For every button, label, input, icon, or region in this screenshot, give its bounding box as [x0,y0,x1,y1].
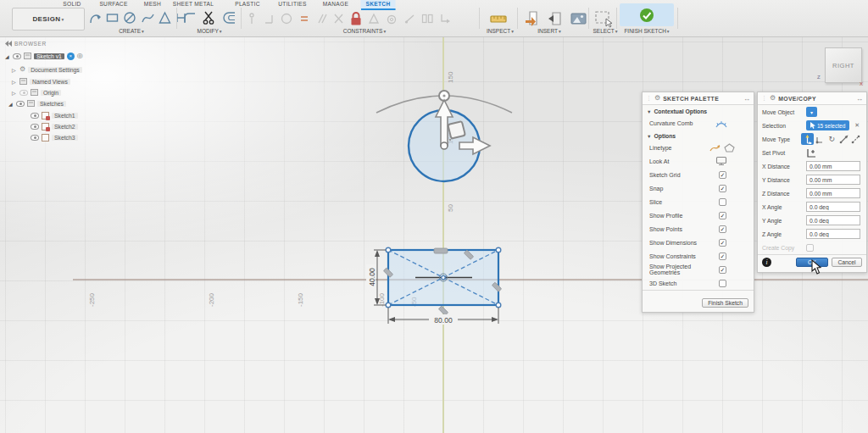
move-type-rotate-icon[interactable]: ↻ [826,133,837,145]
move-type-free-move-icon[interactable] [801,133,813,145]
section-collapse-icon[interactable]: ▼ [647,134,651,139]
dock-arrows-icon[interactable]: ↔ [743,95,750,103]
move-type-point-to-position-icon[interactable] [850,133,862,145]
visibility-eye-icon[interactable] [19,90,28,96]
parallel-constraint-icon[interactable] [315,10,327,27]
coincident-constraint-icon[interactable] [246,10,258,27]
finish-sketch-button[interactable] [620,3,674,26]
snap-checkbox[interactable]: ✓ [719,185,726,192]
expand-triangle-icon[interactable]: ▷ [12,90,17,96]
move-copy-header[interactable]: ⋮ ⚙ MOVE/COPY ↔ [758,92,866,105]
move-type-translate-icon[interactable] [814,133,826,145]
deactivate-icon[interactable]: × [67,53,75,60]
polygon-tool-icon[interactable] [158,9,172,26]
collinear-constraint-icon[interactable] [263,10,275,27]
equal-constraint-icon[interactable] [298,10,310,27]
browser-item-sketch1[interactable]: Sketch1 [31,110,78,120]
browser-item-document-settings[interactable]: ▷ ⚙ Document Settings [12,64,82,75]
measure-tool-icon[interactable] [488,9,509,28]
clear-selection-icon[interactable]: ✕ [854,122,860,129]
visibility-eye-icon[interactable] [31,135,39,141]
finish-sketch-label[interactable]: FINISH SKETCH [624,28,665,34]
viewcube[interactable]: RIGHT [825,47,862,83]
cancel-button[interactable]: Cancel [832,258,862,267]
concentric-constraint-icon[interactable] [280,10,293,27]
3d-sketch-checkbox[interactable] [719,280,726,287]
info-icon[interactable]: i [762,258,771,267]
line-tool-icon[interactable] [88,9,103,26]
show-constraints-checkbox[interactable]: ✓ [719,253,726,260]
look-at-icon[interactable] [715,156,727,166]
section-collapse-icon[interactable]: ▼ [647,109,651,114]
show-dimensions-row[interactable]: Show Dimensions ✓ [643,236,754,249]
linetype-spline-icon[interactable] [709,143,721,153]
linetype-row[interactable]: Linetype [643,141,754,154]
dock-arrows-icon[interactable]: ↔ [856,95,863,103]
canvas-image-icon[interactable] [570,9,588,28]
visibility-eye-icon[interactable] [31,113,39,119]
snap-row[interactable]: Snap ✓ [643,181,754,195]
perpendicular-constraint-icon[interactable] [332,10,344,27]
offset-tool-icon[interactable] [220,9,239,26]
show-constraints-row[interactable]: Show Constraints ✓ [643,249,754,263]
pattern-icon[interactable] [420,10,434,27]
visibility-eye-icon[interactable] [13,53,21,59]
insert-group-label[interactable]: INSERT [537,28,558,34]
fix-constraint-lock-icon[interactable] [349,9,363,28]
design-menu-button[interactable]: DESIGN [12,8,85,31]
collapse-browser-icon[interactable] [5,41,12,47]
z-distance-input[interactable] [806,188,860,198]
symmetry-constraint-icon[interactable] [368,10,380,27]
x-angle-input[interactable] [806,202,860,212]
visibility-eye-icon[interactable] [16,101,25,107]
slice-row[interactable]: Slice [643,195,754,208]
expand-triangle-icon[interactable]: ◢ [5,53,10,59]
expand-triangle-icon[interactable]: ◢ [8,101,14,107]
trim-scissors-icon[interactable] [201,9,218,26]
sketch-grid-checkbox[interactable]: ✓ [719,171,726,179]
tangent-constraint-icon[interactable] [385,10,398,27]
constraints-group-label[interactable]: CONSTRAINTS [343,28,383,34]
drag-grip-icon[interactable]: ⋮ [761,95,767,102]
browser-item-sketch2[interactable]: Sketch2 [31,121,78,131]
show-points-checkbox[interactable]: ✓ [719,225,726,233]
move-object-dropdown[interactable]: ▾ [806,107,817,117]
create-group-label[interactable]: CREATE [119,28,141,34]
inspect-group-label[interactable]: INSPECT [487,28,510,34]
show-profile-checkbox[interactable]: ✓ [719,212,726,219]
project-icon[interactable] [439,10,451,27]
x-distance-input[interactable] [806,161,860,171]
sketch-grid-row[interactable]: Sketch Grid ✓ [643,168,754,181]
z-angle-input[interactable] [806,229,860,239]
show-projected-geometries-row[interactable]: Show Projected Geometries ✓ [643,263,754,276]
smooth-constraint-icon[interactable] [403,10,415,27]
tab-solid[interactable]: SOLID [58,0,86,10]
y-distance-input[interactable] [806,175,860,185]
select-tool-icon[interactable] [593,9,615,30]
contextual-options-section[interactable]: ▼ Contextual Options [643,105,754,116]
show-points-row[interactable]: Show Points ✓ [643,222,754,236]
create-copy-checkbox[interactable] [806,244,814,252]
show-projected-geometries-checkbox[interactable]: ✓ [719,266,726,274]
insert-mesh-icon[interactable] [547,9,564,28]
fillet-tool-icon[interactable] [181,9,198,26]
select-group-label[interactable]: SELECT [593,28,614,34]
browser-item-sketch3[interactable]: Sketch3 [31,132,78,142]
show-profile-row[interactable]: Show Profile ✓ [643,208,754,222]
look-at-row[interactable]: Look At [643,154,754,168]
y-angle-input[interactable] [806,215,860,225]
curvature-comb-row[interactable]: Curvature Comb [643,116,754,130]
browser-item-named-views[interactable]: ▷ Named Views [12,76,70,86]
move-type-point-to-point-icon[interactable] [837,133,849,145]
expand-triangle-icon[interactable]: ▷ [12,67,17,73]
visibility-eye-icon[interactable] [31,124,39,130]
3d-sketch-row[interactable]: 3D Sketch [643,276,754,290]
browser-item-sketches[interactable]: ◢ Sketches [8,98,66,108]
circle-tool-icon[interactable] [122,9,138,26]
insert-derive-icon[interactable] [524,9,541,28]
browser-root-row[interactable]: ◢ Sketch v1 × ◎ [5,51,83,61]
selection-chip[interactable]: 15 selected [806,120,849,130]
browser-header[interactable]: BROWSER [2,39,120,48]
modify-group-label[interactable]: MODIFY [197,28,218,34]
sketch-palette-header[interactable]: ⋮ ⚙ SKETCH PALETTE ↔ [643,92,754,105]
